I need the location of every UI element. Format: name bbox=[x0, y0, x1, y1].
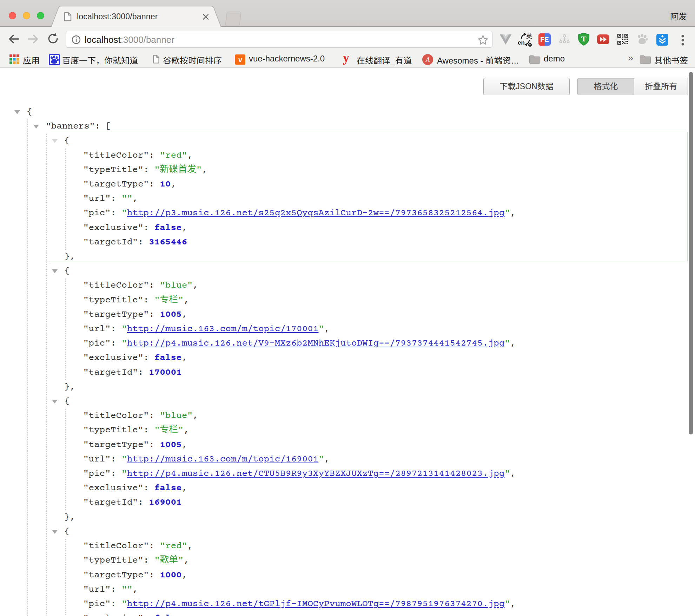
scrollbar-thumb[interactable] bbox=[689, 72, 693, 434]
reload-button[interactable] bbox=[46, 32, 60, 45]
json-value-boolean: false bbox=[154, 614, 182, 616]
collapse-all-button[interactable]: 折叠所有 bbox=[634, 78, 688, 95]
json-row: "banners": [ bbox=[0, 119, 689, 134]
svg-text:T: T bbox=[581, 34, 587, 43]
ext-downloader-icon[interactable] bbox=[656, 34, 668, 46]
json-row: "pic": "http://p4.music.126.net/CTU5B9R9… bbox=[0, 467, 689, 481]
json-value-string: "blue" bbox=[160, 281, 193, 291]
json-key: typeTitle bbox=[89, 425, 138, 435]
window-close-button[interactable] bbox=[9, 12, 16, 19]
json-row: "pic": "http://p4.music.126.net/tGPljf-I… bbox=[0, 597, 689, 611]
json-value-number: 1005 bbox=[160, 440, 181, 450]
json-row: }, bbox=[0, 380, 689, 394]
bookmarks-overflow-chevron[interactable]: » bbox=[628, 53, 633, 64]
bookmark-label[interactable]: 在线翻译_有道 bbox=[357, 54, 412, 66]
bookmark-label[interactable]: 应用 bbox=[23, 54, 40, 66]
collapse-toggle-icon[interactable] bbox=[52, 530, 58, 534]
page-info-icon[interactable] bbox=[72, 35, 81, 44]
json-url-link[interactable]: http://p3.music.126.net/s25q2x5QyqsAzilC… bbox=[127, 208, 505, 218]
json-row: "exclusive": false, bbox=[0, 221, 689, 235]
vue-bookmark-icon[interactable]: v bbox=[235, 54, 245, 65]
json-key: targetType bbox=[89, 179, 144, 190]
json-row: "url": "", bbox=[0, 192, 689, 206]
json-url-link[interactable]: http://p4.music.126.net/CTU5B9R9y3XyYBZX… bbox=[127, 469, 505, 479]
browser-menu-icon[interactable] bbox=[680, 35, 685, 46]
json-value-string: "red" bbox=[160, 541, 187, 551]
json-key: typeTitle bbox=[89, 295, 138, 306]
json-key: targetType bbox=[89, 570, 144, 581]
youdao-y-icon[interactable]: y bbox=[343, 51, 349, 64]
tab-title: localhost:3000/banner bbox=[77, 12, 158, 21]
bookmark-item-baidu[interactable] bbox=[49, 54, 60, 65]
json-value-string: "新碟首发" bbox=[154, 165, 202, 175]
json-row: "exclusive": false, bbox=[0, 481, 689, 496]
json-url-link[interactable]: http://music.163.com/m/topic/169001 bbox=[127, 454, 319, 465]
back-button[interactable] bbox=[8, 33, 20, 45]
forward-button[interactable] bbox=[27, 33, 39, 45]
json-key: exclusive bbox=[89, 483, 138, 493]
new-tab-button[interactable] bbox=[225, 12, 241, 26]
bookmark-label[interactable]: Awesomes - 前端资… bbox=[437, 54, 519, 66]
json-value-number: 10 bbox=[160, 179, 171, 190]
format-buttons-group: 格式化 折叠所有 bbox=[577, 78, 688, 95]
json-row: "targetType": 1005, bbox=[0, 308, 689, 322]
bookmark-star-icon[interactable] bbox=[477, 34, 489, 46]
baidu-paw-icon bbox=[50, 55, 59, 64]
tab-close-icon[interactable] bbox=[203, 14, 209, 20]
json-key: exclusive bbox=[89, 614, 138, 616]
bookmark-label[interactable]: 谷歌按时间排序 bbox=[163, 54, 222, 66]
translate-arrows-icon bbox=[518, 32, 532, 47]
json-key: titleColor bbox=[89, 411, 144, 421]
json-key: targetType bbox=[89, 310, 144, 320]
collapse-toggle-icon[interactable] bbox=[52, 139, 58, 143]
json-row: "typeTitle": "新碟首发", bbox=[0, 163, 689, 177]
tree-guide-line bbox=[65, 539, 66, 616]
bookmark-item-apps[interactable] bbox=[9, 54, 19, 64]
json-key: pic bbox=[89, 469, 105, 479]
ext-vue-devtools-icon[interactable] bbox=[499, 34, 512, 45]
json-row: "url": "", bbox=[0, 583, 689, 597]
ext-tampermonkey-icon[interactable]: T bbox=[578, 33, 590, 46]
json-row: { bbox=[0, 105, 689, 119]
collapse-toggle-icon[interactable] bbox=[52, 269, 58, 273]
json-row: "titleColor": "blue", bbox=[0, 278, 689, 293]
json-key: targetId bbox=[89, 237, 133, 248]
json-row: }, bbox=[0, 250, 689, 264]
json-row: "url": "http://music.163.com/m/topic/170… bbox=[0, 322, 689, 336]
bookmark-label[interactable]: demo bbox=[544, 54, 565, 64]
format-button[interactable]: 格式化 bbox=[578, 78, 634, 95]
bookmark-label[interactable]: 其他书签 bbox=[654, 54, 688, 66]
json-row: "exclusive": false, bbox=[0, 351, 689, 365]
json-url-link[interactable]: http://music.163.com/m/topic/170001 bbox=[127, 324, 319, 334]
ext-fastforward-icon[interactable] bbox=[597, 34, 609, 44]
ext-fehelper-icon[interactable]: FE bbox=[538, 33, 551, 46]
json-url-link[interactable]: http://p4.music.126.net/tGPljf-IMOCyPvum… bbox=[127, 599, 505, 609]
ext-qrcode-icon[interactable] bbox=[617, 34, 628, 45]
window-zoom-button[interactable] bbox=[37, 12, 44, 19]
ext-paw-icon[interactable] bbox=[636, 34, 648, 45]
collapse-toggle-icon[interactable] bbox=[14, 110, 20, 114]
collapse-toggle-icon[interactable] bbox=[33, 125, 39, 129]
profile-name[interactable]: 阿发 bbox=[670, 10, 687, 22]
json-key: targetId bbox=[89, 498, 133, 508]
json-row: { bbox=[0, 525, 689, 539]
bookmark-label[interactable]: vue-hackernews-2.0 bbox=[249, 54, 325, 64]
json-row: "pic": "http://p3.music.126.net/s25q2x5Q… bbox=[0, 206, 689, 221]
ext-translate-icon[interactable]: 英 en bbox=[518, 32, 532, 47]
collapse-toggle-icon[interactable] bbox=[52, 400, 58, 404]
bookmark-label[interactable]: 百度一下，你就知道 bbox=[62, 54, 138, 66]
json-value-number: 169001 bbox=[149, 498, 182, 508]
ext-sitemap-icon[interactable] bbox=[558, 33, 570, 45]
json-value-boolean: false bbox=[154, 353, 182, 363]
json-row: { bbox=[0, 394, 689, 409]
json-key: url bbox=[89, 454, 105, 465]
window-minimize-button[interactable] bbox=[23, 12, 30, 19]
address-bar[interactable]: localhost:3000/banner bbox=[66, 31, 492, 48]
json-url-link[interactable]: http://p4.music.126.net/V9-MXz6b2MNhEKju… bbox=[127, 339, 505, 349]
awesomes-icon[interactable]: A bbox=[422, 54, 433, 65]
tree-guide-line bbox=[46, 134, 47, 616]
browser-tab[interactable]: localhost:3000/banner bbox=[49, 5, 225, 27]
json-value-number: 170001 bbox=[149, 368, 182, 378]
download-json-button[interactable]: 下载JSON数据 bbox=[483, 78, 570, 95]
json-key: url bbox=[89, 324, 105, 334]
